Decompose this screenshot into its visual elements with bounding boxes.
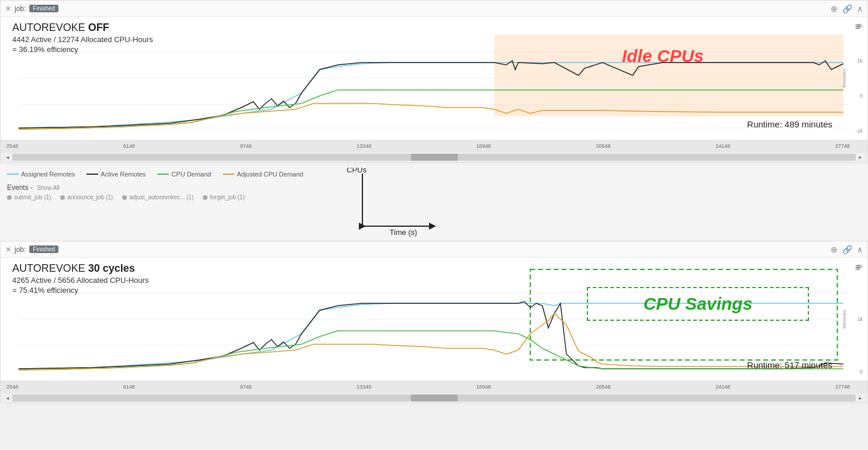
bottom-x-axis: 2548 6148 9748 13348 16948 20548 24148 2… <box>1 380 867 393</box>
top-chart-subtitle1: 4442 Active / 12274 Allocated CPU-Hours <box>12 35 153 44</box>
svg-text:CPUs: CPUs <box>347 168 366 174</box>
bottom-remotes-vertical-label: Remotes <box>842 258 846 380</box>
panel-icons-top: ⊕ 🔗 ∧ <box>831 4 863 13</box>
legend-adjusted-cpu-demand-label: Adjusted CPU Demand <box>237 171 303 178</box>
show-all-link[interactable]: Show All <box>37 185 59 191</box>
bottom-runtime-label: Runtime: 517 minutes <box>747 360 832 370</box>
top-scrollbar-thumb[interactable] <box>411 154 458 161</box>
legend-active-remotes-label: Active Remotes <box>101 171 146 178</box>
finished-badge-top: Finished <box>29 5 58 12</box>
legend-active-remotes: Active Remotes <box>87 171 146 178</box>
job-label-top: job: <box>15 5 26 13</box>
event-submit-job: submit_job (1) <box>7 194 51 200</box>
event-dot-announce <box>60 195 65 200</box>
bottom-chart-subtitle2: = 75.41% efficiency <box>12 286 148 295</box>
middle-section: Assigned Remotes Active Remotes CPU Dema… <box>0 165 868 241</box>
axis-svg: CPUs Time (s) <box>327 168 444 238</box>
legend-assigned-remotes: Assigned Remotes <box>7 171 75 178</box>
event-label-announce: announce_job (1) <box>67 194 113 200</box>
top-panel: ✕ job: Finished ⊕ 🔗 ∧ <box>0 0 868 162</box>
pin-icon[interactable]: ✕ <box>5 5 11 13</box>
top-chart-title-area: AUTOREVOKE OFF 4442 Active / 12274 Alloc… <box>12 22 153 54</box>
event-label-submit: submit_job (1) <box>14 194 51 200</box>
top-panel-header: ✕ job: Finished ⊕ 🔗 ∧ <box>1 1 867 17</box>
legend-adjusted-cpu-demand-line <box>223 174 234 175</box>
legend-cpu-demand: CPU Demand <box>157 171 211 178</box>
bottom-scroll-left[interactable]: ◄ <box>5 396 10 401</box>
event-label-adjust: adjust_autorevokec... (1) <box>129 194 193 200</box>
legend-active-remotes-line <box>87 174 98 175</box>
bottom-scrollbar-thumb[interactable] <box>411 394 458 401</box>
remotes-vertical-label: Remotes <box>842 17 846 140</box>
bottom-scroll-right[interactable]: ► <box>858 396 863 401</box>
top-menu-icon[interactable]: ≡ <box>855 22 860 32</box>
event-adjust-autorevoke: adjust_autorevokec... (1) <box>122 194 193 200</box>
event-label-forget: forget_job (1) <box>210 194 244 200</box>
zoom-icon-top[interactable]: ⊕ <box>831 4 838 13</box>
cpu-savings-label: CPU Savings <box>587 287 809 321</box>
bottom-menu-icon[interactable]: ≡ <box>855 262 860 273</box>
legend-assigned-remotes-label: Assigned Remotes <box>21 171 75 178</box>
top-y-axis: 2k 1k 0 -1k <box>845 17 863 140</box>
bottom-chart-title: AUTOREVOKE 30 cycles <box>12 262 148 275</box>
bottom-chart-title-area: AUTOREVOKE 30 cycles 4265 Active / 5656 … <box>12 262 148 295</box>
bottom-scrollbar-wrapper: ◄ ► <box>1 393 867 403</box>
top-x-axis: 2548 6148 9748 13348 16948 20548 24148 2… <box>1 140 867 153</box>
pin-icon-bottom[interactable]: ✕ <box>5 245 11 254</box>
top-runtime-label: Runtime: 489 minutes <box>747 119 832 129</box>
job-label-bottom: job: <box>15 245 26 254</box>
legend-cpu-demand-line <box>157 174 169 175</box>
bottom-x-ticks: 2548 6148 9748 13348 16948 20548 24148 2… <box>6 384 850 390</box>
bottom-chart-container: AUTOREVOKE 30 cycles 4265 Active / 5656 … <box>1 258 867 380</box>
idle-cpus-label: Idle CPUs <box>622 46 704 66</box>
event-dot-submit <box>7 195 12 200</box>
bottom-y-axis: 2k 1k 0 <box>845 258 863 380</box>
top-chart-subtitle2: = 36.19% efficiency <box>12 45 153 54</box>
link-icon-bottom[interactable]: 🔗 <box>842 245 852 254</box>
event-forget-job: forget_job (1) <box>203 194 244 200</box>
panel-icons-bottom: ⊕ 🔗 ∧ <box>831 245 863 254</box>
top-chart-title: AUTOREVOKE OFF <box>12 22 153 34</box>
collapse-icon-bottom[interactable]: ∧ <box>857 245 863 254</box>
event-dot-forget <box>203 195 208 200</box>
bottom-chart-subtitle1: 4265 Active / 5656 Allocated CPU-Hours <box>12 276 148 285</box>
event-dot-adjust <box>122 195 127 200</box>
top-scroll-right[interactable]: ► <box>858 155 863 160</box>
top-scrollbar-wrapper: ◄ ► <box>1 153 867 162</box>
bottom-panel: ✕ job: Finished ⊕ 🔗 ∧ <box>0 241 868 403</box>
bottom-scrollbar-track[interactable] <box>12 394 856 401</box>
event-announce-job: announce_job (1) <box>60 194 113 200</box>
bottom-panel-header: ✕ job: Finished ⊕ 🔗 ∧ <box>1 241 867 258</box>
top-scrollbar-track[interactable] <box>12 154 856 161</box>
legend-adjusted-cpu-demand: Adjusted CPU Demand <box>223 171 303 178</box>
axis-diagram: CPUs Time (s) <box>327 168 444 240</box>
collapse-icon-top[interactable]: ∧ <box>857 4 863 13</box>
top-x-ticks: 2548 6148 9748 13348 16948 20548 24148 2… <box>6 143 850 149</box>
svg-text:Time (s): Time (s) <box>389 228 417 237</box>
zoom-icon-bottom[interactable]: ⊕ <box>831 245 838 254</box>
top-scroll-left[interactable]: ◄ <box>5 155 10 160</box>
top-chart-container: AUTOREVOKE OFF 4442 Active / 12274 Alloc… <box>1 17 867 140</box>
legend-cpu-demand-label: CPU Demand <box>171 171 211 178</box>
link-icon-top[interactable]: 🔗 <box>842 4 852 13</box>
legend-assigned-remotes-line <box>7 174 19 175</box>
finished-badge-bottom: Finished <box>29 245 58 253</box>
